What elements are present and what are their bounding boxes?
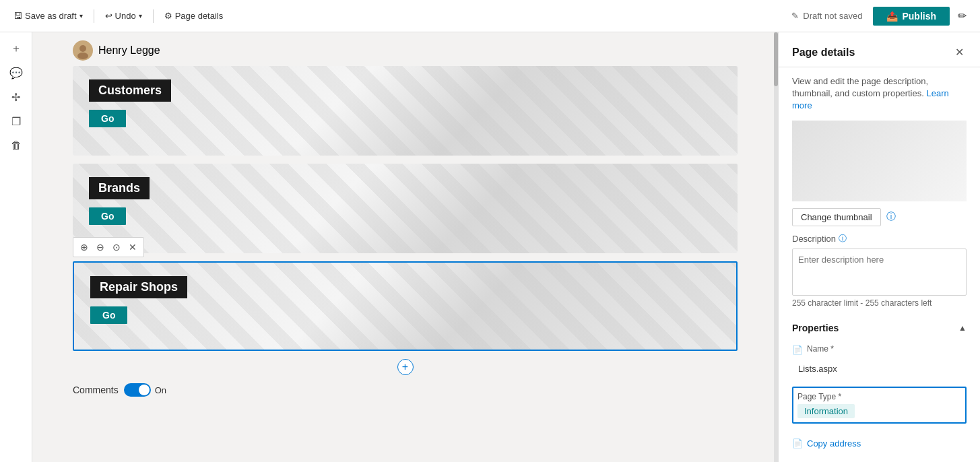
card-go-button-repair-shops[interactable]: Go [90, 306, 127, 324]
panel-description-text: View and edit the page description, thum… [792, 76, 928, 98]
sidebar-add-icon[interactable]: ＋ [5, 38, 27, 59]
card-go-button-customers[interactable]: Go [89, 110, 126, 127]
card-brands: Brands Go [73, 164, 738, 253]
card-toolbar: ⊕ ⊖ ⊙ ✕ [73, 237, 144, 257]
save-as-draft-button[interactable]: 🖫 Save as draft ▾ [8, 8, 88, 24]
properties-title: Properties [792, 323, 839, 333]
description-section-label: Description ⓘ [779, 233, 980, 249]
scrollbar-track[interactable] [774, 32, 778, 462]
name-field-value: Lists.aspx [792, 359, 967, 378]
description-label-text: Description [792, 234, 836, 244]
page-type-value: Information [797, 404, 855, 418]
card-content-customers: Customers Go [73, 66, 738, 141]
undo-button[interactable]: ↩ Undo ▾ [100, 8, 148, 24]
gear-icon: ⚙ [164, 11, 172, 21]
undo-dropdown-icon[interactable]: ▾ [139, 12, 142, 20]
copy-address-row[interactable]: 📄 Copy address [779, 433, 980, 454]
toggle-on-label: On [155, 385, 166, 395]
svg-point-2 [77, 53, 88, 59]
card-content-brands: Brands Go [73, 164, 738, 238]
canvas-inner: Henry Legge Customers Go Brands Go [32, 32, 778, 429]
add-section-button[interactable]: + [397, 359, 414, 375]
panel-intro: View and edit the page description, thum… [779, 67, 980, 121]
name-field-label: Name * [807, 344, 834, 354]
thumbnail-info-icon[interactable]: ⓘ [886, 211, 896, 223]
card-customers: Customers Go [73, 66, 738, 156]
svg-point-1 [79, 45, 86, 52]
card-repair-shops: ✏ ✢ ❐ 🗑 Repair Shops Go [73, 261, 738, 351]
char-count: 255 character limit - 255 characters lef… [779, 296, 980, 316]
card-title-customers: Customers [89, 79, 171, 102]
scrollbar-thumb[interactable] [774, 32, 778, 86]
right-panel: Page details ✕ View and edit the page de… [778, 32, 980, 462]
change-thumbnail-row: Change thumbnail ⓘ [779, 201, 980, 233]
add-section-row: + [73, 359, 738, 375]
card-close-button[interactable]: ✕ [125, 239, 141, 255]
selected-card-wrapper: ⊕ ⊖ ⊙ ✕ ✏ ✢ ❐ 🗑 Repair Sho [73, 261, 738, 351]
page-details-button[interactable]: ⚙ Page details [159, 8, 229, 24]
name-field-group: 📄 Name * Lists.aspx [779, 340, 980, 383]
toolbar-divider-1 [94, 9, 94, 23]
card-title-brands: Brands [89, 177, 150, 199]
draft-status: ✎ Draft not saved [791, 11, 862, 21]
save-icon: 🖫 [13, 11, 22, 21]
left-sidebar: ＋ 💬 ✢ ❐ 🗑 [0, 32, 32, 462]
user-header: Henry Legge [73, 32, 738, 66]
copy-address-label: Copy address [807, 438, 861, 449]
undo-icon: ↩ [105, 11, 112, 21]
panel-close-button[interactable]: ✕ [952, 43, 967, 61]
comments-label: Comments [73, 385, 119, 395]
canvas-area[interactable]: Henry Legge Customers Go Brands Go [32, 32, 778, 462]
main-layout: ＋ 💬 ✢ ❐ 🗑 Henry Legge [0, 32, 980, 462]
publish-button[interactable]: 📤 Publish [873, 7, 950, 26]
card-left-actions: ✏ ✢ ❐ 🗑 [73, 263, 74, 351]
thumbnail-area [792, 121, 967, 201]
edit-pencil-button[interactable]: ✏ [952, 7, 972, 25]
toolbar-divider-2 [153, 9, 154, 23]
toolbar: 🖫 Save as draft ▾ ↩ Undo ▾ ⚙ Page detail… [0, 0, 980, 32]
save-draft-label: Save as draft [25, 11, 77, 21]
sidebar-comment-icon[interactable]: 💬 [5, 62, 27, 84]
comments-bar: Comments On [73, 378, 738, 402]
page-details-label: Page details [175, 11, 224, 21]
save-dropdown-icon[interactable]: ▾ [79, 12, 83, 20]
comments-toggle[interactable]: On [124, 383, 166, 397]
copy-address-icon: 📄 [792, 438, 803, 449]
card-go-button-brands[interactable]: Go [89, 207, 126, 225]
sidebar-copy-icon[interactable]: ❐ [5, 110, 27, 132]
publish-icon: 📤 [886, 11, 898, 22]
card-zoom-out-button[interactable]: ⊖ [92, 239, 108, 255]
draft-status-label: Draft not saved [803, 11, 862, 21]
file-icon: 📄 [792, 345, 803, 355]
avatar [73, 40, 93, 61]
undo-label: Undo [115, 11, 136, 21]
card-zoom-in-button[interactable]: ⊕ [76, 239, 92, 255]
sidebar-delete-icon[interactable]: 🗑 [5, 135, 27, 156]
card-content-repair-shops: Repair Shops Go [74, 263, 736, 337]
change-thumbnail-button[interactable]: Change thumbnail [792, 208, 881, 226]
toggle-thumb [139, 385, 150, 395]
sidebar-move-icon[interactable]: ✢ [5, 86, 27, 108]
thumbnail-placeholder [792, 121, 967, 201]
properties-section: Properties ▲ 📄 Name * Lists.aspx Page Ty… [779, 316, 980, 433]
card-title-repair-shops: Repair Shops [90, 276, 187, 298]
description-textarea[interactable] [792, 249, 967, 296]
page-type-label: Page Type * [797, 392, 961, 401]
panel-header: Page details ✕ [779, 32, 980, 67]
toggle-track[interactable] [124, 383, 151, 397]
publish-label: Publish [902, 11, 936, 22]
properties-chevron-icon: ▲ [958, 323, 967, 333]
panel-title: Page details [792, 46, 855, 59]
card-fit-button[interactable]: ⊙ [108, 239, 125, 255]
properties-header[interactable]: Properties ▲ [779, 316, 980, 340]
description-info-icon[interactable]: ⓘ [839, 233, 847, 244]
draft-pencil-icon: ✎ [791, 11, 799, 21]
user-name: Henry Legge [98, 44, 160, 57]
page-type-container: Page Type * Information [792, 387, 967, 424]
